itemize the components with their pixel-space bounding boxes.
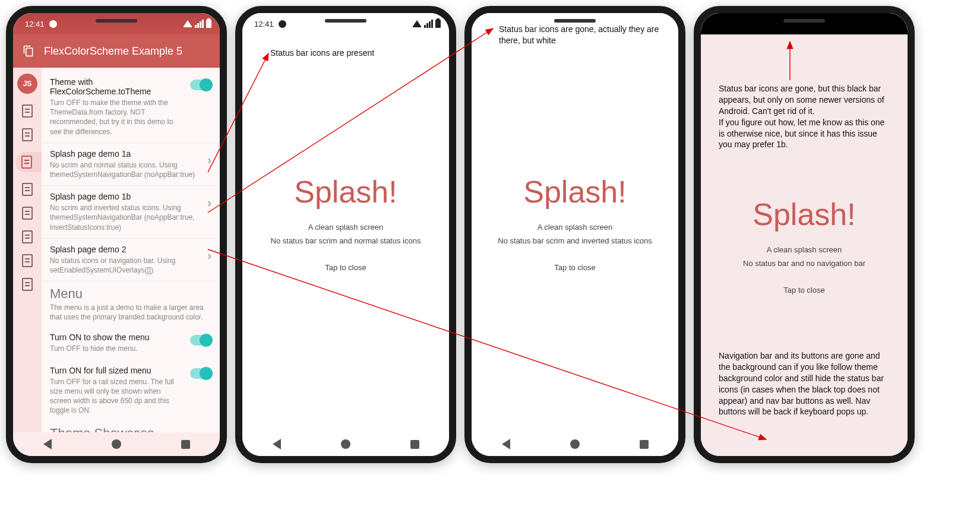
main-content: Theme with FlexColorScheme.toTheme Turn … bbox=[42, 68, 220, 432]
wifi-icon bbox=[183, 20, 192, 27]
nav-back-icon[interactable] bbox=[43, 439, 52, 449]
item-subtitle: No scrim and inverted status icons. Usin… bbox=[50, 203, 201, 232]
phone-3: Splash! A clean splash screen No status … bbox=[464, 6, 685, 463]
rail-item-icon[interactable] bbox=[22, 278, 33, 291]
phone-speaker bbox=[325, 19, 366, 23]
splash-line: No status bar and no navigation bar bbox=[743, 259, 865, 268]
annotation-4: Navigation bar and its buttons are gone … bbox=[719, 350, 891, 417]
splash-tap-hint: Tap to close bbox=[783, 286, 824, 294]
rail-item-icon[interactable] bbox=[22, 254, 33, 267]
section-subtitle: The menu is a just a demo to make a larg… bbox=[42, 303, 220, 327]
list-item-splash-1a[interactable]: Splash page demo 1a No scrim and normal … bbox=[42, 143, 220, 186]
splash-line: No status bar scrim and inverted status … bbox=[498, 236, 652, 245]
status-bar: 12:41 bbox=[242, 13, 449, 34]
status-time: 12:41 bbox=[25, 20, 45, 28]
switch-toggle[interactable] bbox=[190, 335, 211, 346]
item-subtitle: No status icons or navigation bar. Using… bbox=[50, 256, 201, 275]
splash-line: A clean splash screen bbox=[308, 223, 383, 232]
splash-screen[interactable]: Splash! A clean splash screen No status … bbox=[472, 13, 678, 432]
nav-home-icon[interactable] bbox=[341, 439, 350, 449]
setting-show-menu[interactable]: Turn ON to show the menu Turn OFF to hid… bbox=[42, 327, 220, 359]
status-app-icon bbox=[279, 20, 286, 28]
setting-theme-toggle[interactable]: Theme with FlexColorScheme.toTheme Turn … bbox=[42, 71, 220, 143]
nav-recents-icon[interactable] bbox=[640, 440, 649, 449]
list-item-splash-2[interactable]: Splash page demo 2 No status icons or na… bbox=[42, 239, 220, 281]
setting-subtitle: Turn OFF to hide the menu. bbox=[50, 344, 184, 353]
signal-icon bbox=[195, 20, 204, 28]
status-app-icon bbox=[49, 20, 57, 28]
status-bar: 12:41 bbox=[13, 13, 220, 34]
phone-1: 12:41 FlexColorScheme Example 5 JS bbox=[6, 6, 227, 463]
setting-full-menu[interactable]: Turn ON for full sized menu Turn OFF for… bbox=[42, 360, 220, 422]
battery-icon bbox=[206, 20, 211, 28]
battery-icon bbox=[435, 20, 441, 28]
annotation-3: Status bar icons are gone, but this blac… bbox=[719, 83, 891, 150]
copy-icon[interactable] bbox=[23, 45, 34, 57]
switch-toggle[interactable] bbox=[190, 80, 211, 90]
nav-rail: JS bbox=[13, 68, 42, 432]
item-title: Splash page demo 1a bbox=[50, 149, 201, 159]
splash-tap-hint: Tap to close bbox=[554, 263, 595, 272]
black-status-bar bbox=[701, 13, 908, 34]
nav-back-icon[interactable] bbox=[273, 439, 281, 449]
splash-line: No status bar scrim and normal status ic… bbox=[271, 236, 421, 245]
item-subtitle: No scrim and normal status icons. Using … bbox=[50, 160, 201, 179]
splash-line: A clean splash screen bbox=[767, 245, 842, 254]
item-title: Splash page demo 2 bbox=[50, 245, 201, 254]
section-heading-menu: Menu bbox=[42, 281, 220, 303]
wifi-icon bbox=[412, 20, 422, 27]
setting-title: Turn ON for full sized menu bbox=[50, 366, 184, 375]
splash-line: A clean splash screen bbox=[538, 223, 612, 232]
rail-item-icon[interactable] bbox=[22, 230, 33, 243]
rail-item-icon[interactable] bbox=[22, 183, 33, 196]
chevron-right-icon: › bbox=[207, 197, 211, 208]
nav-back-icon[interactable] bbox=[502, 439, 510, 449]
phone-speaker bbox=[554, 19, 596, 23]
status-time: 12:41 bbox=[254, 20, 274, 28]
chevron-right-icon: › bbox=[207, 154, 211, 166]
setting-subtitle: Turn OFF for a rail sized menu. The full… bbox=[50, 377, 184, 416]
nav-home-icon[interactable] bbox=[112, 439, 121, 449]
splash-title: Splash! bbox=[523, 174, 626, 210]
android-nav-bar bbox=[13, 432, 220, 456]
splash-title: Splash! bbox=[294, 174, 397, 210]
annotation-2: Status bar icons are gone, actually they… bbox=[499, 24, 671, 46]
section-heading-showcase: Theme Showcase bbox=[42, 421, 220, 432]
phone-speaker bbox=[96, 19, 137, 23]
rail-item-icon[interactable] bbox=[22, 104, 33, 118]
avatar-badge[interactable]: JS bbox=[17, 74, 37, 94]
rail-item-icon-active[interactable] bbox=[21, 156, 32, 169]
setting-subtitle: Turn OFF to make the theme with the Them… bbox=[50, 98, 184, 137]
phone-speaker bbox=[783, 19, 825, 23]
nav-home-icon[interactable] bbox=[570, 439, 580, 449]
chevron-right-icon: › bbox=[207, 249, 211, 261]
phone-2: 12:41 Splash! A clean splash screen No s… bbox=[235, 6, 456, 463]
annotation-1: Status bar icons are present bbox=[270, 48, 374, 59]
app-bar: FlexColorScheme Example 5 bbox=[13, 34, 220, 68]
item-title: Splash page demo 1b bbox=[50, 192, 201, 201]
nav-recents-icon[interactable] bbox=[181, 440, 190, 449]
rail-item-icon[interactable] bbox=[22, 207, 33, 220]
nav-recents-icon[interactable] bbox=[410, 440, 419, 449]
rail-item-icon[interactable] bbox=[22, 128, 33, 141]
list-item-splash-1b[interactable]: Splash page demo 1b No scrim and inverte… bbox=[42, 186, 220, 239]
signal-icon bbox=[424, 20, 433, 28]
splash-tap-hint: Tap to close bbox=[325, 263, 366, 272]
setting-title: Turn ON to show the menu bbox=[50, 332, 184, 342]
app-bar-title: FlexColorScheme Example 5 bbox=[44, 45, 182, 58]
android-nav-bar bbox=[472, 432, 678, 456]
splash-title: Splash! bbox=[753, 197, 855, 232]
switch-toggle[interactable] bbox=[190, 368, 211, 379]
splash-screen[interactable]: Splash! A clean splash screen No status … bbox=[242, 13, 449, 432]
setting-title: Theme with FlexColorScheme.toTheme bbox=[50, 77, 184, 96]
android-nav-bar bbox=[242, 432, 449, 456]
